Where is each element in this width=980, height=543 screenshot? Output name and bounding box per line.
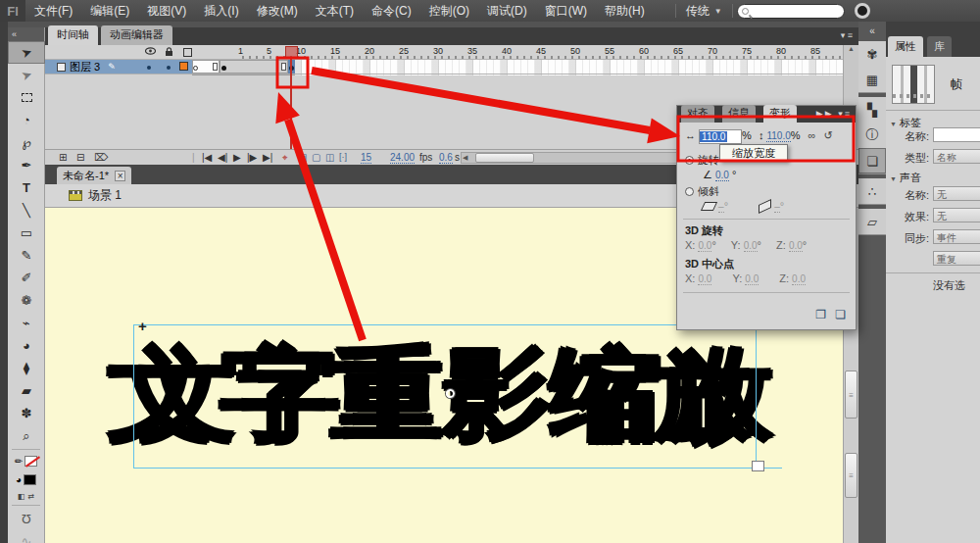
tab-properties[interactable]: 属性	[888, 36, 923, 57]
layer-lock-dot[interactable]	[167, 66, 171, 70]
tab-transform[interactable]: 变形	[763, 105, 797, 123]
stroke-color-control[interactable]: ✏	[8, 452, 44, 470]
tool-text[interactable]: T	[8, 176, 45, 199]
goto-last-frame-button[interactable]: ▶|	[263, 152, 272, 163]
goto-first-frame-button[interactable]: |◀	[202, 152, 212, 163]
motion-presets-icon[interactable]: ∴	[858, 178, 886, 204]
menu-modify[interactable]: 修改(M)	[248, 0, 307, 22]
tool-eraser[interactable]: ▰	[8, 379, 45, 402]
outline-square-icon[interactable]	[183, 48, 192, 59]
tool-brush[interactable]: ✐	[8, 267, 45, 289]
tool-pen[interactable]: ✒	[8, 154, 45, 176]
center3d-z[interactable]: 0.0	[792, 273, 806, 285]
label-type-dropdown[interactable]: 名称	[933, 149, 980, 164]
tab-align[interactable]: 对齐	[681, 105, 714, 123]
menu-view[interactable]: 视图(V)	[138, 0, 195, 22]
edit-multiple-frames-icon[interactable]: ◫	[325, 152, 334, 163]
tool-subselection[interactable]: ➤	[8, 64, 45, 86]
eye-icon[interactable]	[145, 47, 156, 57]
scroll-left-arrow-icon[interactable]: ◀	[463, 154, 467, 162]
dock-collapse-button[interactable]: «	[858, 22, 886, 41]
timeline-panel-menu-icon[interactable]: ▾ ≡	[841, 30, 853, 40]
rotate-radio[interactable]	[685, 156, 694, 165]
label-name-input[interactable]	[933, 127, 980, 142]
elapsed-time-value[interactable]: 0.6	[439, 152, 453, 164]
menu-commands[interactable]: 命令(C)	[363, 0, 420, 22]
option-smooth[interactable]: ∿	[8, 530, 45, 543]
current-frame-value[interactable]: 15	[361, 152, 371, 164]
onion-skin-icon[interactable]: ▣	[298, 152, 307, 163]
scrollbar-thumb[interactable]	[475, 153, 534, 163]
tool-hand[interactable]: ✽	[8, 402, 45, 424]
skew-radio[interactable]	[685, 187, 694, 196]
gutter-grabber-bottom[interactable]: ≡	[845, 453, 858, 498]
gutter-grabber-top[interactable]: ≡	[845, 370, 858, 419]
play-button[interactable]: ▶	[233, 152, 241, 163]
info-icon[interactable]: ⓘ	[858, 123, 886, 148]
tool-bone[interactable]: ⌁	[8, 312, 45, 334]
menu-text[interactable]: 文本(T)	[307, 0, 363, 22]
tool-3d-rotation[interactable]: ◔	[8, 109, 45, 131]
layer-visible-dot[interactable]	[147, 66, 151, 70]
option-snap-magnet[interactable]: Ω	[8, 508, 45, 530]
center-frame-icon[interactable]: ⌖	[282, 152, 288, 164]
sound-name-dropdown[interactable]: 无	[933, 186, 980, 201]
align-icon[interactable]: ▚	[858, 97, 886, 123]
stroke-color-chip[interactable]	[24, 456, 37, 467]
tool-line[interactable]: ╲	[8, 199, 45, 222]
menu-file[interactable]: 文件(F)	[25, 0, 81, 22]
menu-edit[interactable]: 编辑(E)	[81, 0, 138, 22]
rotate3d-x[interactable]: 0.0	[698, 240, 711, 252]
default-colors-icon[interactable]: ◧	[18, 492, 25, 501]
tools-collapse-button[interactable]: «	[8, 27, 44, 41]
workspace-switcher[interactable]: 传统 ▼	[680, 3, 728, 20]
menu-control[interactable]: 控制(O)	[420, 0, 478, 22]
panel-collapse-icon[interactable]: ▶▶	[816, 109, 834, 119]
close-icon[interactable]: ×	[115, 171, 125, 181]
tool-selection[interactable]: ➤	[8, 41, 45, 64]
section-sound-header[interactable]: ▼声音	[890, 171, 921, 185]
step-forward-button[interactable]: |▶	[247, 152, 257, 163]
sound-effect-dropdown[interactable]: 无	[933, 208, 980, 222]
section-label-header[interactable]: ▼标签	[890, 116, 921, 130]
tool-deco[interactable]: ❁	[8, 289, 45, 312]
tab-info[interactable]: 信息	[722, 105, 756, 123]
menu-help[interactable]: 帮助(H)	[596, 0, 654, 22]
tab-motion-editor[interactable]: 动画编辑器	[101, 25, 172, 45]
center3d-x[interactable]: 0.0	[698, 273, 711, 285]
duplicate-transform-icon[interactable]: ❐	[815, 308, 826, 321]
tool-pencil[interactable]: ✎	[8, 244, 45, 267]
document-tab[interactable]: 未命名-1* ×	[57, 167, 131, 184]
scale-width-input[interactable]: 110.0	[699, 129, 742, 144]
rotate3d-z[interactable]: 0.0	[789, 240, 803, 252]
delete-layer-icon[interactable]: ⌦	[94, 152, 108, 163]
tool-free-transform[interactable]	[8, 86, 45, 109]
new-layer-icon[interactable]: ⊞	[59, 152, 67, 163]
library-icon[interactable]: ▱	[858, 209, 886, 234]
skew-row[interactable]: 倾斜	[685, 184, 719, 199]
sound-sync-dropdown[interactable]: 事件	[933, 229, 980, 244]
new-folder-icon[interactable]: ⊟	[76, 152, 84, 163]
search-box[interactable]	[737, 4, 845, 19]
menu-debug[interactable]: 调试(D)	[478, 0, 536, 22]
rotate-row[interactable]: 旋转	[685, 153, 719, 168]
transform-icon[interactable]: ❏	[858, 148, 886, 173]
selection-bounding-box[interactable]	[133, 324, 757, 469]
onion-outline-icon[interactable]: ▢	[312, 152, 320, 163]
frame-span[interactable]	[220, 60, 288, 74]
sound-repeat-dropdown[interactable]: 重复	[933, 251, 980, 266]
fill-color-control[interactable]: ◕	[8, 470, 44, 489]
frame-rate-value[interactable]: 24.00	[390, 152, 415, 164]
tool-lasso[interactable]: ℘	[8, 131, 45, 154]
rotate-angle-value[interactable]: 0.0	[715, 170, 729, 181]
layer-row[interactable]: 图层 3 ✎	[45, 60, 858, 74]
fill-color-chip[interactable]	[24, 474, 36, 485]
cs-live-icon[interactable]	[855, 3, 870, 19]
swap-colors-icon[interactable]: ⇄	[27, 492, 34, 501]
panel-menu-icon[interactable]: ▾≡	[838, 109, 852, 119]
menu-window[interactable]: 窗口(W)	[536, 0, 596, 22]
playhead-marker[interactable]	[285, 46, 298, 59]
menu-insert[interactable]: 插入(I)	[195, 0, 247, 22]
rotate3d-y[interactable]: 0.0	[744, 240, 758, 252]
search-input[interactable]	[752, 6, 836, 17]
